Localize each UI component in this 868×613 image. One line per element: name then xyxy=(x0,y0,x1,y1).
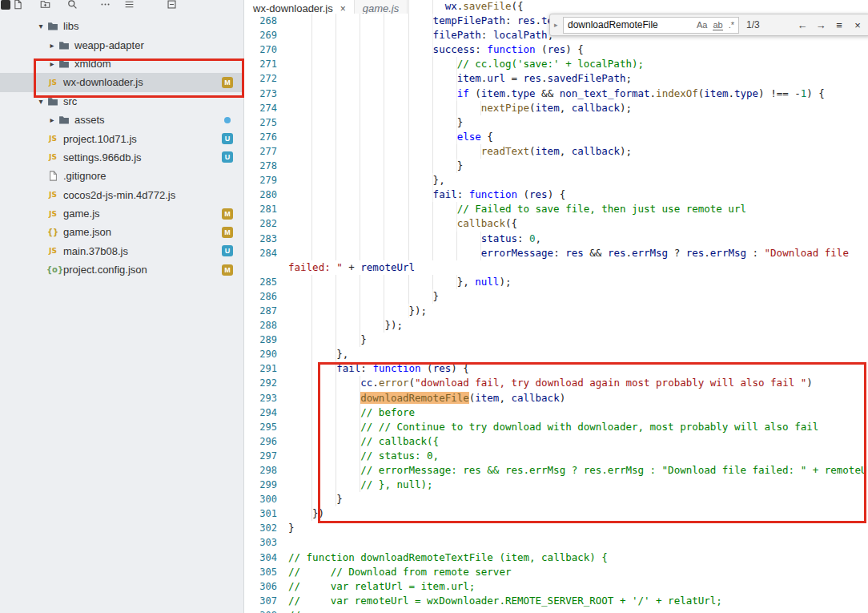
line-number[interactable]: 281 xyxy=(245,202,277,216)
line-number[interactable]: 288 xyxy=(245,318,277,333)
line-number[interactable]: 284 xyxy=(245,246,277,260)
find-input[interactable]: downloadRemoteFile Aaab.* xyxy=(563,17,739,34)
line-number[interactable]: 275 xyxy=(245,115,277,130)
search-icon[interactable] xyxy=(66,0,78,10)
line-number[interactable]: 280 xyxy=(245,188,277,202)
tree-item-game.json[interactable]: {}game.jsonM xyxy=(0,223,243,241)
close-find-icon[interactable]: × xyxy=(850,19,866,31)
line-number[interactable]: 285 xyxy=(245,275,277,289)
list-icon[interactable] xyxy=(123,0,135,10)
code-line[interactable]: 280fail: function (res) { xyxy=(245,188,868,202)
code-line[interactable]: 304// function downloadRemoteTextFile (i… xyxy=(245,550,868,565)
code-line[interactable]: 279}, xyxy=(245,173,868,188)
tab-wx-downloader.js[interactable]: wx-downloader.js× xyxy=(245,0,355,14)
line-number[interactable]: 295 xyxy=(245,420,277,434)
new-file-icon[interactable] xyxy=(12,0,23,10)
chevron-down-icon[interactable]: ▾ xyxy=(35,97,46,106)
line-number[interactable]: 273 xyxy=(245,87,277,101)
line-number[interactable]: 305 xyxy=(245,565,277,579)
code-line[interactable]: 308// xyxy=(245,608,868,613)
code-line[interactable]: 290}, xyxy=(245,347,868,361)
line-number[interactable]: 297 xyxy=(245,449,277,463)
tree-item-assets[interactable]: ▸assets xyxy=(0,111,243,129)
tree-item-main.37b08.js[interactable]: JSmain.37b08.jsU xyxy=(0,242,243,260)
line-number[interactable]: 301 xyxy=(245,506,277,521)
code-line[interactable]: 287}); xyxy=(245,304,868,318)
line-number[interactable]: 293 xyxy=(245,391,277,405)
code-line[interactable]: 270success: function (res) { xyxy=(245,42,868,57)
line-number[interactable]: 300 xyxy=(245,492,277,506)
code-line[interactable]: 277readText(item, callback); xyxy=(245,144,868,159)
close-tab-icon[interactable]: × xyxy=(340,3,346,14)
line-number[interactable]: 303 xyxy=(245,535,277,550)
line-number[interactable]: 294 xyxy=(245,405,277,420)
line-number[interactable]: 306 xyxy=(245,579,277,594)
tree-item-cocos2d-js-min.4d772.js[interactable]: JScocos2d-js-min.4d772.js xyxy=(0,186,243,204)
code-line[interactable]: 283status: 0, xyxy=(245,232,868,246)
chevron-right-icon[interactable]: ▸ xyxy=(46,41,58,50)
line-number[interactable]: 271 xyxy=(245,57,277,71)
tree-item-project.10d71.js[interactable]: JSproject.10d71.jsU xyxy=(0,129,243,147)
new-folder-icon[interactable] xyxy=(39,0,50,10)
code-line[interactable]: 272item.url = res.savedFilePath; xyxy=(245,71,868,86)
tree-item-.gitignore[interactable]: .gitignore xyxy=(0,167,243,185)
code-line[interactable]: 303 xyxy=(245,535,868,550)
line-number[interactable] xyxy=(245,260,277,275)
code-line[interactable]: 276else { xyxy=(245,130,868,144)
line-number[interactable]: 287 xyxy=(245,304,277,318)
code-line[interactable]: 306// var relatUrl = item.url; xyxy=(245,579,868,594)
code-line[interactable]: 284errorMessage: res && res.errMsg ? res… xyxy=(245,246,868,260)
tab-game.js[interactable]: game.js xyxy=(355,0,408,14)
line-number[interactable]: 286 xyxy=(245,289,277,304)
line-number[interactable]: 270 xyxy=(245,42,277,57)
code-line[interactable]: 285}, null); xyxy=(245,275,868,289)
tree-item-project.config.json[interactable]: {o}project.config.jsonM xyxy=(0,260,243,279)
code-line[interactable]: 271// cc.log('save:' + localPath); xyxy=(245,57,868,71)
code-line[interactable]: 275} xyxy=(245,115,868,130)
find-in-selection-icon[interactable]: ≡ xyxy=(831,19,847,31)
next-match-icon[interactable]: → xyxy=(813,19,829,31)
tree-item-settings.966db.js[interactable]: JSsettings.966db.jsU xyxy=(0,148,243,167)
regex-icon[interactable]: .* xyxy=(729,20,734,30)
line-number[interactable]: 307 xyxy=(245,594,277,608)
code-line[interactable]: failed: " + remoteUrl xyxy=(245,260,868,275)
prev-match-icon[interactable]: ← xyxy=(794,19,810,31)
tree-item-libs[interactable]: ▾libs xyxy=(0,17,243,35)
code-line[interactable]: 302} xyxy=(245,521,868,535)
code-line[interactable]: 307// var remoteUrl = wxDownloader.REMOT… xyxy=(245,594,868,608)
collapse-icon[interactable] xyxy=(166,0,177,10)
line-number[interactable]: 268 xyxy=(245,14,277,28)
whole-word-icon[interactable]: ab xyxy=(713,20,722,30)
line-number[interactable]: 291 xyxy=(245,361,277,376)
tree-item-game.js[interactable]: JSgame.jsM xyxy=(0,204,243,223)
line-number[interactable]: 289 xyxy=(245,333,277,347)
tree-item-weapp-adapter[interactable]: ▸weapp-adapter xyxy=(0,35,243,54)
line-number[interactable]: 274 xyxy=(245,101,277,115)
code-line[interactable]: 286} xyxy=(245,289,868,304)
toggle-replace-icon[interactable]: ▸ xyxy=(554,21,563,29)
line-number[interactable]: 298 xyxy=(245,463,277,478)
chevron-down-icon[interactable]: ▾ xyxy=(35,22,46,30)
code-line[interactable]: 274nextPipe(item, callback); xyxy=(245,101,868,115)
line-number[interactable]: 308 xyxy=(245,608,277,613)
code-line[interactable]: 282callback({ xyxy=(245,216,868,231)
line-number[interactable]: 269 xyxy=(245,28,277,42)
line-number[interactable]: 299 xyxy=(245,478,277,492)
code-line[interactable]: 278} xyxy=(245,159,868,173)
line-number[interactable]: 278 xyxy=(245,159,277,173)
line-number[interactable]: 277 xyxy=(245,144,277,159)
line-number[interactable]: 296 xyxy=(245,434,277,449)
code-line[interactable]: 289} xyxy=(245,333,868,347)
match-case-icon[interactable]: Aa xyxy=(697,20,707,30)
line-number[interactable]: 282 xyxy=(245,216,277,231)
line-number[interactable]: 283 xyxy=(245,232,277,246)
line-number[interactable]: 304 xyxy=(245,550,277,565)
chevron-right-icon[interactable]: ▸ xyxy=(46,115,58,124)
code-line[interactable]: 273if (item.type && non_text_format.inde… xyxy=(245,87,868,101)
more-icon[interactable] xyxy=(99,0,111,10)
line-number[interactable]: 290 xyxy=(245,347,277,361)
line-number[interactable]: 292 xyxy=(245,376,277,390)
line-number[interactable]: 302 xyxy=(245,521,277,535)
code-line[interactable]: 281// Failed to save file, then just use… xyxy=(245,202,868,216)
code-line[interactable]: 288}); xyxy=(245,318,868,333)
